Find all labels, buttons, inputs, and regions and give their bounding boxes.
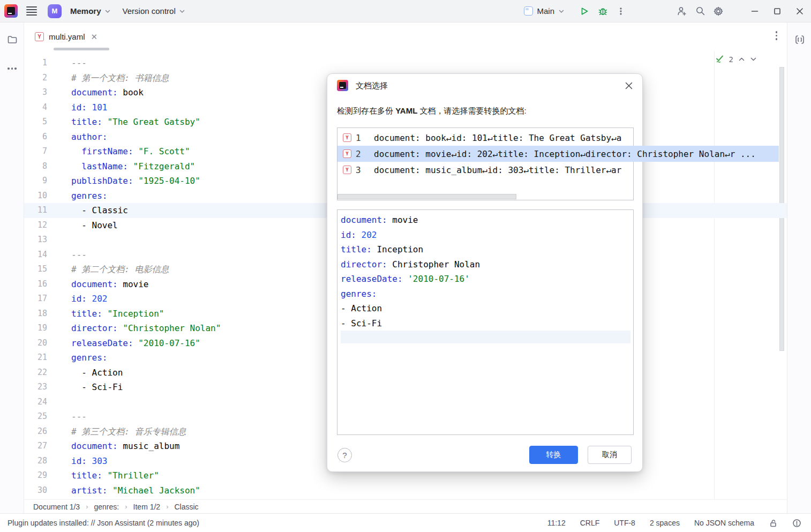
line-number[interactable]: 28: [24, 454, 47, 469]
run-button[interactable]: [575, 3, 594, 19]
editor-options-kebab-icon[interactable]: [776, 31, 778, 40]
tab-close-icon[interactable]: ✕: [90, 32, 99, 42]
code-line[interactable]: id: 303: [47, 454, 107, 469]
document-list-item[interactable]: Y3document: music_album↵id: 303↵title: T…: [337, 162, 633, 178]
code-line[interactable]: genres:: [47, 189, 107, 204]
code-line[interactable]: title: "Thriller": [47, 468, 159, 483]
line-number[interactable]: 18: [24, 306, 47, 321]
window-maximize-button[interactable]: [766, 3, 789, 19]
line-number[interactable]: 9: [24, 174, 47, 189]
vcs-widget[interactable]: Version control: [119, 4, 189, 18]
code-line[interactable]: document: music_album: [47, 439, 179, 454]
code-with-me-icon[interactable]: [673, 3, 691, 19]
status-item[interactable]: CRLF: [580, 519, 600, 527]
main-menu-icon[interactable]: [26, 6, 37, 16]
code-line[interactable]: title: "Inception": [47, 306, 164, 321]
code-line[interactable]: releaseDate: "2010-07-16": [47, 336, 200, 351]
code-line[interactable]: publishDate: "1925-04-10": [47, 174, 200, 189]
line-number[interactable]: 15: [24, 262, 47, 277]
code-line[interactable]: # 第三个文档: 音乐专辑信息: [47, 424, 186, 439]
line-number[interactable]: 5: [24, 115, 47, 130]
line-number[interactable]: 6: [24, 130, 47, 145]
run-configuration-widget[interactable]: Main: [521, 4, 568, 18]
window-close-button[interactable]: [789, 3, 811, 19]
breadcrumb-item[interactable]: Document 1/3: [33, 503, 80, 511]
line-number[interactable]: 4: [24, 100, 47, 115]
code-line[interactable]: - Sci-Fi: [47, 380, 123, 395]
lock-open-icon[interactable]: [769, 519, 778, 528]
line-number[interactable]: 23: [24, 380, 47, 395]
cancel-button[interactable]: 取消: [588, 446, 632, 464]
project-avatar[interactable]: M: [48, 4, 62, 18]
more-tool-windows-icon[interactable]: [0, 59, 24, 78]
code-line[interactable]: ---: [47, 248, 87, 263]
line-number[interactable]: 26: [24, 424, 47, 439]
line-number[interactable]: 10: [24, 189, 47, 204]
code-line[interactable]: ---: [47, 409, 87, 424]
line-number[interactable]: 17: [24, 291, 47, 306]
line-number[interactable]: 3: [24, 85, 47, 100]
code-line[interactable]: - Action: [47, 365, 123, 380]
line-number[interactable]: 19: [24, 321, 47, 336]
list-horizontal-scrollbar[interactable]: [337, 194, 516, 199]
code-line[interactable]: genres:: [47, 350, 107, 365]
convert-button[interactable]: 转换: [529, 446, 578, 464]
prev-problem-icon[interactable]: [738, 56, 745, 63]
code-line[interactable]: - Classic: [47, 203, 128, 218]
code-line[interactable]: artist: "Michael Jackson": [47, 483, 200, 498]
code-line[interactable]: director: "Christopher Nolan": [47, 321, 221, 336]
breadcrumb-item[interactable]: Item 1/2: [133, 503, 161, 511]
code-line[interactable]: id: 101: [47, 100, 107, 115]
tab-multi-yaml[interactable]: Y multi.yaml ✕: [24, 23, 106, 51]
code-line[interactable]: - Novel: [47, 218, 118, 233]
project-switcher[interactable]: Memory: [67, 4, 114, 18]
status-item[interactable]: UTF-8: [614, 519, 635, 527]
more-actions-kebab-icon[interactable]: [612, 3, 630, 19]
code-line[interactable]: firstName: "F. Scott": [47, 144, 190, 159]
code-line[interactable]: lastName: "Fitzgerald": [47, 159, 195, 174]
code-line[interactable]: # 第一个文档: 书籍信息: [47, 71, 169, 86]
error-analysis-icon[interactable]: [792, 519, 801, 528]
code-line[interactable]: title: "The Great Gatsby": [47, 115, 200, 130]
line-number[interactable]: 27: [24, 439, 47, 454]
line-number[interactable]: 20: [24, 336, 47, 351]
document-list-item[interactable]: Y1document: book↵id: 101↵title: The Grea…: [337, 130, 633, 146]
code-line[interactable]: [47, 395, 71, 410]
next-problem-icon[interactable]: [750, 56, 757, 63]
code-line[interactable]: author:: [47, 130, 107, 145]
code-line[interactable]: [47, 233, 71, 248]
settings-gear-icon[interactable]: [709, 3, 727, 19]
line-number[interactable]: 11: [24, 203, 47, 218]
project-folder-icon[interactable]: [0, 30, 24, 49]
line-number[interactable]: 30: [24, 483, 47, 498]
status-item[interactable]: No JSON schema: [694, 519, 754, 527]
breadcrumb-item[interactable]: Classic: [175, 503, 199, 511]
inspection-widget[interactable]: 2: [715, 55, 757, 64]
window-minimize-button[interactable]: [744, 3, 766, 19]
editor-line[interactable]: 1---: [24, 56, 787, 71]
line-number[interactable]: 21: [24, 350, 47, 365]
code-line[interactable]: ---: [47, 56, 87, 71]
code-line[interactable]: # 第二个文档: 电影信息: [47, 262, 169, 277]
document-list-item[interactable]: Y2document: movie↵id: 202↵title: Incepti…: [337, 146, 779, 162]
line-number[interactable]: 14: [24, 248, 47, 263]
line-number[interactable]: 13: [24, 233, 47, 248]
notifications-brackets-icon[interactable]: [787, 30, 811, 49]
code-line[interactable]: id: 202: [47, 291, 107, 306]
help-button[interactable]: ?: [337, 448, 352, 462]
line-number[interactable]: 25: [24, 409, 47, 424]
line-number[interactable]: 29: [24, 468, 47, 483]
breadcrumb-item[interactable]: genres:: [94, 503, 119, 511]
line-number[interactable]: 8: [24, 159, 47, 174]
line-number[interactable]: 1: [24, 56, 47, 71]
status-item[interactable]: 2 spaces: [650, 519, 680, 527]
status-message[interactable]: Plugin updates installed: // Json Assist…: [7, 519, 199, 527]
status-item[interactable]: 11:12: [547, 519, 566, 527]
dialog-close-icon[interactable]: [624, 81, 634, 91]
line-number[interactable]: 7: [24, 144, 47, 159]
editor-line[interactable]: 30artist: "Michael Jackson": [24, 483, 787, 498]
line-number[interactable]: 24: [24, 395, 47, 410]
line-number[interactable]: 2: [24, 71, 47, 86]
code-line[interactable]: document: movie: [47, 277, 149, 292]
line-number[interactable]: 16: [24, 277, 47, 292]
